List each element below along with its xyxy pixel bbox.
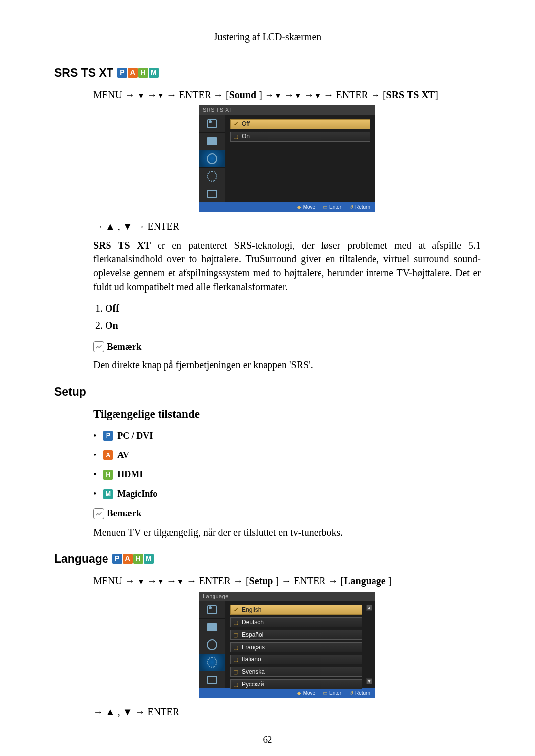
srs-desc-lead: SRS TS XT (93, 240, 151, 251)
mode-badge-h-icon: H (138, 68, 148, 78)
osd-sidebar (199, 601, 225, 688)
osd-option-english[interactable]: ✔ English (230, 605, 362, 615)
osd-option-label: Svenska (242, 668, 265, 676)
setup-note-text: Menuen TV er tilgængelig, når der er til… (93, 525, 481, 539)
mode-badges-language: P A H M (112, 554, 154, 564)
down-arrow-icon: ▼ (137, 578, 145, 586)
section-heading-srs: SRS TS XT P A H M (54, 65, 481, 81)
mode-label-av: AV (117, 449, 129, 461)
srs-description: SRS TS XT er en patenteret SRS-teknologi… (93, 238, 481, 294)
list-item: Off (105, 302, 481, 315)
osd-option-on[interactable]: ▢ On (230, 132, 370, 142)
osd-option-francais[interactable]: ▢ Français (230, 642, 362, 652)
list-item: P PC / DVI (93, 430, 481, 442)
language-menu-path: MENU → ▼ →▼ →▼ → ENTER → [Setup ] → ENTE… (93, 574, 481, 588)
mode-badge-m-icon: M (144, 554, 154, 564)
osd-option-russian[interactable]: ▢ Русский (230, 679, 362, 689)
page-header-title: Justering af LCD-skærmen (214, 31, 321, 42)
down-arrow-icon: ▼ (157, 92, 164, 100)
osd-footer: ◆Move ▭Enter ↺Return (199, 202, 375, 212)
section-heading-setup-text: Setup (54, 384, 86, 400)
srs-desc-body: er en patenteret SRS-teknologi, der løse… (93, 240, 481, 292)
osd-icon-sound (199, 150, 225, 167)
osd-option-svenska[interactable]: ▢ Svenska (230, 667, 362, 677)
setup-subheading: Tilgængelige tilstande (93, 406, 481, 422)
return-icon: ↺ (349, 690, 353, 697)
osd-icon-display (199, 133, 225, 150)
osd-panel-language: Language ▲ ✔ English ▢ (199, 592, 375, 698)
box-icon: ▢ (233, 619, 239, 625)
box-icon: ▢ (233, 134, 239, 140)
osd-icon-setup (199, 168, 225, 185)
enter-icon: ▭ (323, 690, 327, 697)
osd-main: ▲ ✔ English ▢ Deutsch ▢ Español ▢ (225, 601, 375, 688)
mode-badge-m-icon: M (103, 489, 113, 499)
mode-badge-h-icon: H (103, 470, 113, 480)
section-heading-language: Language P A H M (54, 551, 481, 567)
return-icon: ↺ (349, 204, 353, 211)
osd-icon-picture (199, 115, 225, 133)
footer-divider (54, 729, 481, 729)
box-icon: ▢ (233, 632, 239, 638)
enter-icon: ▭ (323, 204, 327, 211)
osd-option-off[interactable]: ✔ Off (230, 119, 370, 129)
page-header: Justering af LCD-skærmen (54, 30, 481, 44)
check-icon: ✔ (233, 121, 239, 127)
down-arrow-icon: ▼ (177, 578, 184, 586)
osd-option-label: On (242, 132, 250, 141)
osd-title: SRS TS XT (199, 105, 375, 115)
mode-label-mi: MagicInfo (117, 488, 157, 500)
page-number: 62 (54, 733, 481, 747)
srs-arrow-line: → ▲ , ▼ → ENTER (93, 219, 481, 233)
osd-footer-move: ◆Move (297, 690, 315, 697)
mode-badge-a-icon: A (128, 68, 138, 78)
mode-badge-a-icon: A (103, 450, 113, 460)
move-icon: ◆ (297, 204, 301, 211)
mode-badges-srs: P A H M (117, 68, 159, 78)
list-item: On (105, 318, 481, 332)
scroll-down-icon[interactable]: ▼ (366, 678, 372, 684)
section-heading-setup: Setup (54, 384, 481, 400)
list-item: A AV (93, 449, 481, 461)
mode-badge-p-icon: P (117, 68, 127, 78)
move-icon: ◆ (297, 690, 301, 697)
box-icon: ▢ (233, 656, 239, 662)
osd-footer-move: ◆Move (297, 204, 315, 211)
mode-label-hdmi: HDMI (117, 468, 143, 481)
down-arrow-icon: ▼ (314, 92, 321, 100)
list-item: H HDMI (93, 468, 481, 481)
header-divider (54, 47, 481, 47)
osd-footer-return: ↺Return (349, 204, 370, 211)
osd-option-label: Français (242, 643, 265, 652)
osd-main: ✔ Off ▢ On (225, 115, 375, 202)
osd-option-label: Italiano (242, 655, 261, 664)
osd-footer: ◆Move ▭Enter ↺Return (199, 688, 375, 698)
mode-badge-p-icon: P (103, 431, 113, 441)
mode-badge-m-icon: M (149, 68, 159, 78)
osd-icon-multi (199, 671, 225, 688)
osd-option-deutsch[interactable]: ▢ Deutsch (230, 617, 362, 627)
down-arrow-icon: ▼ (274, 92, 282, 100)
mode-label-pc: PC / DVI (117, 430, 153, 442)
note-label: Bemærk (107, 340, 142, 353)
osd-option-label: Español (242, 631, 263, 639)
osd-footer-return: ↺Return (349, 690, 370, 697)
list-item: M MagicInfo (93, 488, 481, 500)
osd-option-italiano[interactable]: ▢ Italiano (230, 655, 362, 664)
srs-options-list: Off On (105, 302, 481, 332)
osd-footer-enter: ▭Enter (323, 690, 341, 697)
osd-option-espanol[interactable]: ▢ Español (230, 630, 362, 640)
note-block-srs: Bemærk (93, 340, 481, 353)
osd-icon-sound (199, 636, 225, 654)
osd-panel-srs: SRS TS XT ✔ Off ▢ On (199, 105, 375, 212)
scroll-up-icon[interactable]: ▲ (366, 605, 372, 611)
osd-icon-picture (199, 601, 225, 618)
box-icon: ▢ (233, 681, 239, 687)
osd-option-label: Deutsch (242, 618, 264, 627)
note-block-setup: Bemærk (93, 507, 481, 520)
check-icon: ✔ (233, 607, 239, 613)
osd-sidebar (199, 115, 225, 202)
section-heading-language-text: Language (54, 551, 108, 567)
mode-list: P PC / DVI A AV H HDMI M MagicInfo (93, 430, 481, 501)
osd-option-label: English (242, 606, 261, 614)
